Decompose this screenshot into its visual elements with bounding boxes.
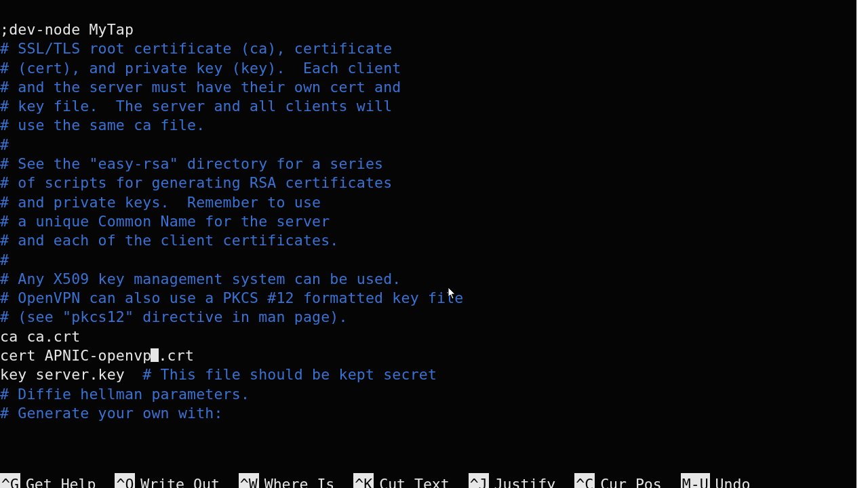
help-key-badge: ^O	[115, 473, 135, 488]
editor-line: # and the server must have their own cer…	[0, 78, 856, 97]
help-item: ^WWhere Is	[239, 473, 334, 488]
help-item: ^OWrite Out	[115, 473, 219, 488]
editor-line: #	[0, 251, 856, 270]
editor-line: # and each of the client certificates.	[0, 231, 856, 250]
editor-line: # Generate your own with:	[0, 404, 856, 423]
terminal-window: ;dev-node MyTap# SSL/TLS root certificat…	[0, 0, 856, 488]
editor-line: ;dev-node MyTap	[0, 20, 856, 39]
help-item: ^GGet Help	[0, 473, 96, 488]
help-key-badge: ^J	[469, 473, 489, 488]
editor-line: # use the same ca file.	[0, 116, 856, 135]
help-key-badge: ^G	[0, 473, 20, 488]
help-label: Undo	[715, 473, 751, 488]
editor-line: ca ca.crt	[0, 327, 856, 346]
editor-line: # (see "pkcs12" directive in man page).	[0, 308, 856, 327]
editor-line: # Any X509 key management system can be …	[0, 270, 856, 289]
help-key-badge: ^K	[353, 473, 374, 488]
help-item: M-UUndo	[681, 473, 751, 488]
editor-line: # and private keys. Remember to use	[0, 193, 856, 212]
editor-line: # (cert), and private key (key). Each cl…	[0, 59, 856, 78]
help-label: Get Help	[26, 473, 96, 488]
nano-help-bar: ^GGet Help^OWrite Out^WWhere Is^KCut Tex…	[0, 473, 856, 488]
editor-line: cert APNIC-openvp.crt	[0, 346, 856, 365]
editor-line: # OpenVPN can also use a PKCS #12 format…	[0, 289, 856, 308]
help-key-badge: ^W	[239, 473, 259, 488]
help-label: Justify	[494, 473, 556, 488]
editor-line: #	[0, 136, 856, 155]
editor-line: # of scripts for generating RSA certific…	[0, 174, 856, 192]
help-label: Cut Text	[379, 473, 450, 488]
help-label: Where Is	[264, 473, 335, 488]
editor-line: # Diffie hellman parameters.	[0, 385, 856, 404]
editor-line: # SSL/TLS root certificate (ca), certifi…	[0, 39, 856, 58]
editor-line: # a unique Common Name for the server	[0, 212, 856, 231]
help-item: ^KCut Text	[353, 473, 449, 488]
help-label: Write Out	[140, 473, 220, 488]
editor-content[interactable]: ;dev-node MyTap# SSL/TLS root certificat…	[0, 0, 856, 473]
help-label: Cur Pos	[600, 473, 662, 488]
help-item: ^CCur Pos	[574, 473, 662, 488]
help-item: ^JJustify	[469, 473, 556, 488]
editor-line: # See the "easy-rsa" directory for a ser…	[0, 155, 856, 174]
help-key-badge: M-U	[681, 473, 710, 488]
editor-line: key server.key # This file should be kep…	[0, 365, 856, 384]
help-key-badge: ^C	[574, 473, 595, 488]
editor-line: # key file. The server and all clients w…	[0, 97, 856, 116]
